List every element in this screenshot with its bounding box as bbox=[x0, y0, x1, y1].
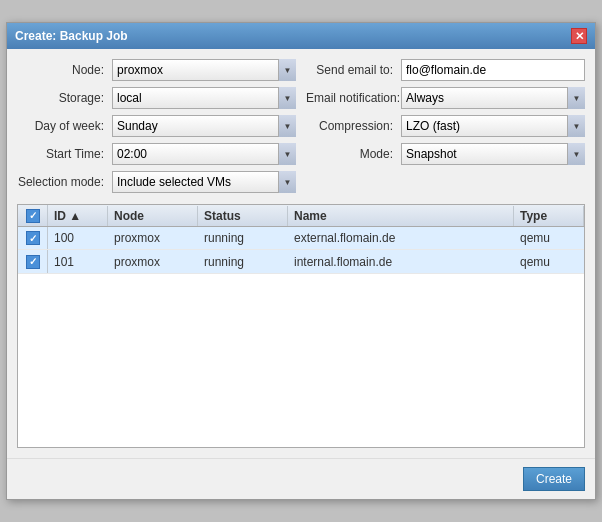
notification-label: Email notification: bbox=[306, 91, 401, 105]
day-select[interactable]: Sunday Monday Tuesday Wednesday Thursday… bbox=[112, 115, 296, 137]
day-row: Day of week: Sunday Monday Tuesday Wedne… bbox=[17, 115, 296, 137]
table-row[interactable]: 100 proxmox running external.flomain.de … bbox=[18, 227, 584, 251]
storage-select-wrapper: local ▼ bbox=[112, 87, 296, 109]
grid-body: 100 proxmox running external.flomain.de … bbox=[18, 227, 584, 447]
node-select[interactable]: proxmox bbox=[112, 59, 296, 81]
cell-id-100: 100 bbox=[48, 227, 108, 249]
email-row: Send email to: bbox=[306, 59, 585, 81]
table-row[interactable]: 101 proxmox running internal.flomain.de … bbox=[18, 250, 584, 274]
title-bar: Create: Backup Job ✕ bbox=[7, 23, 595, 49]
storage-row: Storage: local ▼ bbox=[17, 87, 296, 109]
compression-select-wrapper: LZO (fast) ZSTD (fast) None ▼ bbox=[401, 115, 585, 137]
vm-grid: ID ▲ Node Status Name Type 100 proxmox r… bbox=[17, 204, 585, 448]
cell-type-100: qemu bbox=[514, 227, 584, 249]
selection-mode-label: Selection mode: bbox=[17, 175, 112, 189]
node-row: Node: proxmox ▼ bbox=[17, 59, 296, 81]
start-time-row: Start Time: 02:00 ▼ bbox=[17, 143, 296, 165]
mode-select[interactable]: Snapshot Suspend Stop bbox=[401, 143, 585, 165]
dialog-body: Node: proxmox ▼ Storage: local ▼ bbox=[7, 49, 595, 458]
dialog-title: Create: Backup Job bbox=[15, 29, 128, 43]
selection-mode-select[interactable]: Include selected VMs Exclude selected VM… bbox=[112, 171, 296, 193]
notification-row: Email notification: Always Never On fail… bbox=[306, 87, 585, 109]
start-time-select[interactable]: 02:00 bbox=[112, 143, 296, 165]
header-node[interactable]: Node bbox=[108, 206, 198, 226]
header-check bbox=[18, 205, 48, 226]
cell-node-101: proxmox bbox=[108, 251, 198, 273]
create-button[interactable]: Create bbox=[523, 467, 585, 491]
start-time-select-wrapper: 02:00 ▼ bbox=[112, 143, 296, 165]
day-select-wrapper: Sunday Monday Tuesday Wednesday Thursday… bbox=[112, 115, 296, 137]
cell-type-101: qemu bbox=[514, 251, 584, 273]
cell-name-101: internal.flomain.de bbox=[288, 251, 514, 273]
checkbox-101[interactable] bbox=[26, 255, 40, 269]
grid-header: ID ▲ Node Status Name Type bbox=[18, 205, 584, 227]
cell-node-100: proxmox bbox=[108, 227, 198, 249]
header-id[interactable]: ID ▲ bbox=[48, 206, 108, 226]
notification-select[interactable]: Always Never On failure bbox=[401, 87, 585, 109]
node-select-wrapper: proxmox ▼ bbox=[112, 59, 296, 81]
right-column: Send email to: Email notification: Alway… bbox=[306, 59, 585, 199]
cell-name-100: external.flomain.de bbox=[288, 227, 514, 249]
row-check-101[interactable] bbox=[18, 250, 48, 273]
cell-status-101: running bbox=[198, 251, 288, 273]
email-input[interactable] bbox=[401, 59, 585, 81]
dialog-footer: Create bbox=[7, 458, 595, 499]
compression-label: Compression: bbox=[306, 119, 401, 133]
email-label: Send email to: bbox=[306, 63, 401, 77]
form-section: Node: proxmox ▼ Storage: local ▼ bbox=[17, 59, 585, 199]
header-type[interactable]: Type bbox=[514, 206, 584, 226]
create-backup-job-dialog: Create: Backup Job ✕ Node: proxmox ▼ Sto… bbox=[6, 22, 596, 500]
compression-row: Compression: LZO (fast) ZSTD (fast) None… bbox=[306, 115, 585, 137]
left-column: Node: proxmox ▼ Storage: local ▼ bbox=[17, 59, 296, 199]
cell-id-101: 101 bbox=[48, 251, 108, 273]
compression-select[interactable]: LZO (fast) ZSTD (fast) None bbox=[401, 115, 585, 137]
header-name[interactable]: Name bbox=[288, 206, 514, 226]
node-label: Node: bbox=[17, 63, 112, 77]
notification-select-wrapper: Always Never On failure ▼ bbox=[401, 87, 585, 109]
selection-mode-select-wrapper: Include selected VMs Exclude selected VM… bbox=[112, 171, 296, 193]
selection-mode-row: Selection mode: Include selected VMs Exc… bbox=[17, 171, 296, 193]
header-status[interactable]: Status bbox=[198, 206, 288, 226]
header-checkbox[interactable] bbox=[26, 209, 40, 223]
start-time-label: Start Time: bbox=[17, 147, 112, 161]
storage-select[interactable]: local bbox=[112, 87, 296, 109]
cell-status-100: running bbox=[198, 227, 288, 249]
mode-row: Mode: Snapshot Suspend Stop ▼ bbox=[306, 143, 585, 165]
mode-select-wrapper: Snapshot Suspend Stop ▼ bbox=[401, 143, 585, 165]
storage-label: Storage: bbox=[17, 91, 112, 105]
close-button[interactable]: ✕ bbox=[571, 28, 587, 44]
day-label: Day of week: bbox=[17, 119, 112, 133]
checkbox-100[interactable] bbox=[26, 231, 40, 245]
row-check-100[interactable] bbox=[18, 227, 48, 250]
mode-label: Mode: bbox=[306, 147, 401, 161]
